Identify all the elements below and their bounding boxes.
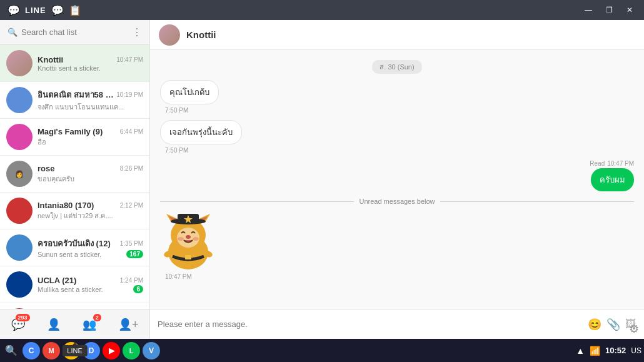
message-item: คุณโปเกด้บ 7:50 PM bbox=[160, 80, 634, 114]
chat-item-header: rose 8:26 PM bbox=[38, 164, 143, 173]
taskbar-app-chrome[interactable]: C bbox=[23, 342, 40, 359]
chat-item-header: Intania80 (170) 2:12 PM bbox=[38, 201, 143, 210]
chat-icon[interactable]: 💬 bbox=[51, 4, 64, 16]
settings-button[interactable]: ⚙ bbox=[629, 322, 639, 336]
chat-time: 10:19 PM bbox=[116, 91, 143, 98]
chat-list-item[interactable]: อินตคณิต สมหา58 (39) 10:19 PM จงศึก แนบน… bbox=[0, 82, 149, 119]
unread-label: Unread messages below bbox=[359, 198, 435, 205]
chat-list: Knottii 10:47 PM Knottii sent a sticker.… bbox=[0, 45, 149, 309]
chat-badge: 6 bbox=[133, 285, 143, 293]
message-input[interactable] bbox=[158, 319, 583, 329]
input-area: 😊 📎 🖼 bbox=[150, 309, 644, 339]
search-bar: 🔍 ⋮ bbox=[0, 20, 149, 45]
divider-line bbox=[440, 201, 634, 202]
message-item: Read 10:47 PM ครับผม bbox=[160, 160, 634, 191]
emoji-button[interactable]: 😊 bbox=[588, 318, 601, 331]
chat-preview: newใjv | แต่ข่าว29 ส.ค.... bbox=[38, 210, 113, 221]
taskbar-app-gmail[interactable]: M bbox=[43, 342, 60, 359]
taskbar-app-line[interactable]: L bbox=[123, 342, 140, 359]
chat-time: 1:24 PM bbox=[120, 277, 143, 284]
message-time: 7:50 PM bbox=[165, 107, 188, 114]
chat-time: 8:26 PM bbox=[120, 165, 143, 172]
chat-list-item[interactable]: UCLA (21) 1:24 PM Mullika sent a sticker… bbox=[0, 266, 149, 303]
minimize-button[interactable]: — bbox=[581, 4, 596, 16]
search-input[interactable] bbox=[21, 28, 128, 37]
notes-icon[interactable]: 📋 bbox=[69, 4, 81, 16]
chat-info: Intania80 (170) 2:12 PM newใjv | แต่ข่าว… bbox=[38, 201, 143, 221]
chat-info: ครอบครัวบันเดิง (12) 1:35 PM Sunun sent … bbox=[38, 237, 143, 258]
nav-tooltip: LINE bbox=[62, 345, 87, 356]
chat-avatar bbox=[6, 271, 33, 298]
messages-area: ส. 30 (Sun) คุณโปเกด้บ 7:50 PM เจอกันพรุ… bbox=[150, 50, 644, 309]
chat-name: UCLA (21) bbox=[38, 276, 76, 285]
more-options-button[interactable]: ⋮ bbox=[132, 26, 142, 38]
svg-point-9 bbox=[193, 237, 199, 241]
chat-list-item[interactable]: Magi's Family (9) 6:44 PM ฮือ bbox=[0, 119, 149, 156]
chat-name: อินตคณิต สมหา58 (39) bbox=[38, 88, 114, 101]
taskbar-app-youtube[interactable]: ▶ bbox=[103, 342, 120, 359]
chat-avatar bbox=[6, 124, 33, 150]
chat-preview: Sunun sent a sticker. bbox=[38, 251, 101, 258]
svg-rect-15 bbox=[185, 255, 191, 259]
chat-list-item[interactable]: Intania80 (170) 2:12 PM newใjv | แต่ข่าว… bbox=[0, 193, 149, 229]
chat-list-item[interactable]: 👩 rose 8:26 PM ขอบคุณครับ bbox=[0, 156, 149, 193]
taskbar-right: ▲ 📶 10:52 US bbox=[576, 346, 641, 356]
chat-badge: 167 bbox=[126, 250, 143, 258]
chat-item-header: ครอบครัวบันเดิง (12) 1:35 PM bbox=[38, 237, 143, 250]
chat-preview: Mullika sent a sticker. bbox=[38, 286, 103, 293]
chat-avatar bbox=[6, 87, 33, 113]
message-bubble: เจอกันพรุ่งนี้นะคับ bbox=[160, 120, 242, 144]
message-meta: Read 10:47 PM bbox=[590, 160, 634, 167]
sidebar-nav: 💬 293 👤 👥 2 👤+ LINE bbox=[0, 309, 149, 339]
attach-button[interactable]: 📎 bbox=[606, 318, 620, 331]
sticker-image bbox=[160, 211, 216, 271]
chat-list-item[interactable]: Knottii 10:47 PM Knottii sent a sticker. bbox=[0, 45, 149, 82]
nav-groups[interactable]: 👥 2 bbox=[76, 315, 103, 334]
message-time: 7:50 PM bbox=[165, 147, 188, 154]
chat-name: rose bbox=[38, 164, 54, 173]
chat-name: ครอบครัวบันเดิง (12) bbox=[38, 237, 111, 250]
wifi-icon: ▲ bbox=[576, 346, 585, 356]
app-title: LINE bbox=[25, 6, 46, 15]
titlebar: 💬 LINE 💬 📋 — ❐ ✕ bbox=[0, 0, 644, 20]
chat-name: Knottii bbox=[38, 55, 63, 64]
window-controls: — ❐ ✕ bbox=[581, 4, 636, 16]
chat-preview: Knottii sent a sticker. bbox=[38, 64, 101, 72]
chat-item-header: Magi's Family (9) 6:44 PM bbox=[38, 127, 143, 136]
nav-chats[interactable]: 💬 293 bbox=[5, 315, 31, 334]
chat-preview: ฮือ bbox=[38, 136, 46, 148]
signal-icon: 📶 bbox=[590, 346, 600, 356]
taskbar-app-video[interactable]: V bbox=[143, 342, 160, 359]
add-nav-icon: 👤+ bbox=[118, 318, 139, 331]
chat-item-header: อินตคณิต สมหา58 (39) 10:19 PM bbox=[38, 88, 143, 101]
read-status: Read bbox=[590, 160, 605, 167]
locale-indicator: US bbox=[631, 346, 641, 355]
close-button[interactable]: ✕ bbox=[623, 4, 636, 16]
app-container: 🔍 ⋮ Knottii 10:47 PM Knottii sent a stic… bbox=[0, 20, 644, 339]
message-bubble: ครับผม bbox=[591, 168, 634, 191]
chat-info: rose 8:26 PM ขอบคุณครับ bbox=[38, 164, 143, 184]
contact-name: Knottii bbox=[186, 29, 216, 40]
chat-time: 10:47 PM bbox=[116, 56, 143, 63]
taskbar-time: 10:52 bbox=[605, 346, 626, 355]
friends-nav-icon: 👤 bbox=[47, 318, 61, 331]
contact-avatar bbox=[159, 24, 180, 46]
chat-name: Magi's Family (9) bbox=[38, 127, 103, 136]
chat-list-item[interactable]: ดล.1 สาธิตปลอม2557 (84) 12:05 PM bbox=[0, 303, 149, 309]
nav-add[interactable]: 👤+ bbox=[112, 315, 145, 334]
taskbar: 🔍 C M G D ▶ L V ▲ 📶 10:52 US bbox=[0, 339, 644, 362]
app-logo-icon: 💬 bbox=[8, 4, 20, 16]
sticker-time: 10:47 PM bbox=[165, 273, 192, 280]
message-time: 10:47 PM bbox=[607, 160, 634, 167]
nav-friends[interactable]: 👤 bbox=[41, 315, 67, 334]
unread-divider: Unread messages below bbox=[160, 198, 634, 205]
chat-avatar bbox=[6, 50, 33, 76]
chat-header-bar: Knottii bbox=[150, 20, 644, 50]
chat-area: Knottii ส. 30 (Sun) คุณโปเกด้บ 7:50 PM เ… bbox=[150, 20, 644, 339]
restore-button[interactable]: ❐ bbox=[602, 4, 616, 16]
chat-list-item[interactable]: ครอบครัวบันเดิง (12) 1:35 PM Sunun sent … bbox=[0, 229, 149, 266]
taskbar-search-icon[interactable]: 🔍 bbox=[3, 342, 20, 359]
svg-point-7 bbox=[186, 235, 191, 239]
sticker-message: 10:47 PM bbox=[160, 211, 634, 280]
chat-info: Knottii 10:47 PM Knottii sent a sticker. bbox=[38, 55, 143, 72]
